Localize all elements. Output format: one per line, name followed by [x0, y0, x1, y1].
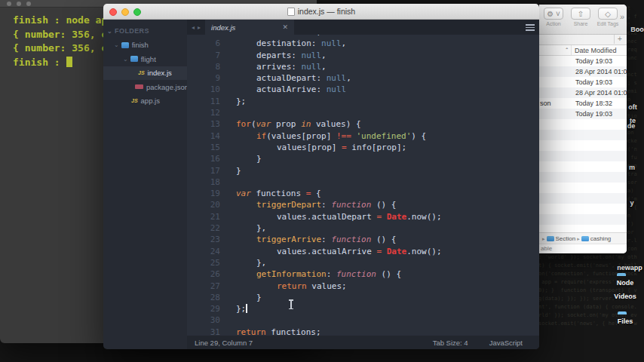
- code-line-16[interactable]: 16}: [187, 153, 539, 164]
- overflow-menu-icon[interactable]: [526, 24, 535, 32]
- code-line-19[interactable]: 19var functions = {: [187, 188, 539, 199]
- toolbar-edit-tags-button[interactable]: ◇Edit Tags: [596, 8, 619, 26]
- tab-close-icon[interactable]: ✕: [282, 23, 288, 31]
- sidebar-item-label: app.js: [141, 97, 160, 105]
- editor-titlebar[interactable]: index.js — finish: [103, 4, 539, 20]
- syntax-status[interactable]: JavaScript: [489, 339, 523, 347]
- code-line-content: getInformation: function () {: [230, 268, 539, 280]
- finder-row[interactable]: sonToday 18:32: [539, 98, 627, 109]
- code-line-12[interactable]: 12: [187, 107, 539, 118]
- finder-row[interactable]: [539, 172, 627, 183]
- sidebar-item-label: flight: [141, 55, 156, 63]
- path-segment[interactable]: cashing: [590, 235, 612, 242]
- toolbar-action-button[interactable]: ⚙ ˅Action: [542, 8, 565, 26]
- code-line-31[interactable]: 31return functions;: [187, 327, 539, 336]
- code-line-content: actualArrive: null: [230, 84, 539, 95]
- finder-row[interactable]: [539, 130, 627, 140]
- code-line-content: };: [230, 303, 539, 314]
- finder-row[interactable]: Today 19:03: [539, 77, 627, 87]
- path-separator-icon: ▸: [577, 236, 580, 242]
- code-line-6[interactable]: 6destination: null,: [187, 38, 539, 49]
- code-line-content: var functions = {: [230, 188, 539, 199]
- code-line-content: actualDepart: null,: [230, 72, 539, 84]
- finder-row[interactable]: [539, 204, 627, 214]
- code-editor-area[interactable]: 5number: null,6destination: null,7depart…: [187, 35, 539, 336]
- code-line-20[interactable]: 20triggerDepart: function () {: [187, 199, 539, 210]
- tab-forward-icon[interactable]: ▸: [198, 24, 201, 31]
- code-line-17[interactable]: 17}: [187, 165, 539, 176]
- code-line-24[interactable]: 24values.actualArrive = Date.now();: [187, 246, 539, 257]
- toolbar-button-label: Share: [574, 21, 588, 26]
- editor-minimize-button[interactable]: [121, 8, 129, 16]
- editor-zoom-button[interactable]: [133, 8, 141, 16]
- chevron-down-icon: ⌄: [114, 41, 119, 48]
- new-tab-button[interactable]: +: [614, 35, 625, 44]
- terminal-zoom-button[interactable]: [26, 2, 31, 6]
- code-line-29[interactable]: 29};: [187, 303, 539, 314]
- date-modified-column-header[interactable]: Date Modified: [572, 47, 617, 54]
- tab-back-icon[interactable]: ◂: [192, 24, 195, 31]
- code-line-28[interactable]: 28}: [187, 292, 539, 303]
- code-line-content: [230, 107, 539, 118]
- code-line-9[interactable]: 9actualDepart: null,: [187, 72, 539, 84]
- finder-row[interactable]: [539, 140, 627, 151]
- finder-row[interactable]: [539, 193, 627, 204]
- path-segment[interactable]: Section: [556, 235, 576, 242]
- tab-size-status[interactable]: Tab Size: 4: [433, 339, 468, 347]
- finder-row[interactable]: 28 Apr 2014 01:02: [539, 66, 627, 77]
- terminal-cursor: [66, 57, 72, 67]
- finder-window[interactable]: ⚙ ˅Action⇧Share◇Edit Tags» + ˆ Date Modi…: [539, 5, 627, 253]
- code-line-14[interactable]: 14if(values[prop] !== 'undefined') {: [187, 130, 539, 142]
- sidebar-item-finish[interactable]: ⌄finish: [103, 38, 187, 53]
- desktop-icon-newapp[interactable]: newapp: [612, 259, 644, 273]
- code-line-11[interactable]: 11};: [187, 96, 539, 107]
- code-line-21[interactable]: 21values.actualDepart = Date.now();: [187, 211, 539, 222]
- finder-row[interactable]: [539, 183, 627, 193]
- toolbar-share-button[interactable]: ⇧Share: [569, 8, 592, 26]
- finder-row[interactable]: 28 Apr 2014 01:02: [539, 87, 627, 98]
- code-line-23[interactable]: 23triggerArrive: function () {: [187, 234, 539, 245]
- code-line-25[interactable]: 25},: [187, 257, 539, 268]
- finder-list-header[interactable]: ˆ Date Modified: [539, 45, 627, 56]
- code-line-content: };: [230, 96, 539, 107]
- code-line-8[interactable]: 8arrives: null,: [187, 61, 539, 72]
- sidebar-item-app-js[interactable]: JSapp.js: [103, 94, 187, 109]
- line-number: 10: [187, 84, 230, 95]
- code-line-30[interactable]: 30: [187, 314, 539, 326]
- finder-row[interactable]: [539, 214, 627, 225]
- finder-row[interactable]: Today 19:03: [539, 109, 627, 119]
- sidebar-item-flight[interactable]: ⌄flight: [103, 52, 187, 66]
- code-line-15[interactable]: 15values[prop] = info[prop];: [187, 142, 539, 153]
- finder-path-bar[interactable]: ▸Section▸cashing: [539, 232, 627, 244]
- editor-window[interactable]: index.js — finish ⌄FOLDERS⌄finish⌄flight…: [103, 4, 539, 349]
- code-line-26[interactable]: 26getInformation: function () {: [187, 268, 539, 280]
- code-line-content: triggerDepart: function () {: [230, 199, 539, 210]
- desktop-icon-files[interactable]: Files: [608, 313, 642, 327]
- code-line-content: values.actualDepart = Date.now();: [230, 211, 539, 222]
- desktop-icon-node-videos[interactable]: Node Videos: [608, 275, 642, 302]
- code-line-7[interactable]: 7departs: null,: [187, 50, 539, 61]
- terminal-close-button[interactable]: [7, 2, 11, 6]
- finder-row[interactable]: [539, 119, 627, 130]
- code-line-content: if(values[prop] !== 'undefined') {: [230, 130, 539, 142]
- sidebar-item-index-js[interactable]: JSindex.js: [103, 66, 187, 81]
- code-line-10[interactable]: 10actualArrive: null: [187, 84, 539, 95]
- finder-row[interactable]: Today 19:03: [539, 56, 627, 66]
- date-modified-value: Today 19:03: [570, 57, 612, 65]
- tab-indexjs[interactable]: index.js ✕: [205, 20, 294, 35]
- code-line-27[interactable]: 27return values;: [187, 281, 539, 292]
- toolbar-overflow-chevron-icon[interactable]: »: [620, 12, 624, 21]
- code-line-18[interactable]: 18: [187, 176, 539, 188]
- code-line-22[interactable]: 22},: [187, 222, 539, 234]
- sidebar-item-package-json[interactable]: package.json: [103, 80, 187, 94]
- terminal-minimize-button[interactable]: [17, 2, 21, 6]
- finder-row[interactable]: [539, 151, 627, 161]
- name-column-sort-caret-icon[interactable]: ˆ: [539, 47, 568, 54]
- desktop-icon-label: Node Videos: [614, 279, 636, 300]
- editor-close-button[interactable]: [109, 8, 117, 16]
- code-line-13[interactable]: 13for(var prop in values) {: [187, 118, 539, 130]
- finder-row[interactable]: [539, 161, 627, 172]
- sidebar-folders-header[interactable]: ⌄FOLDERS: [103, 24, 187, 38]
- folder-icon: [547, 236, 554, 241]
- code-line-content: for(var prop in values) {: [230, 118, 539, 130]
